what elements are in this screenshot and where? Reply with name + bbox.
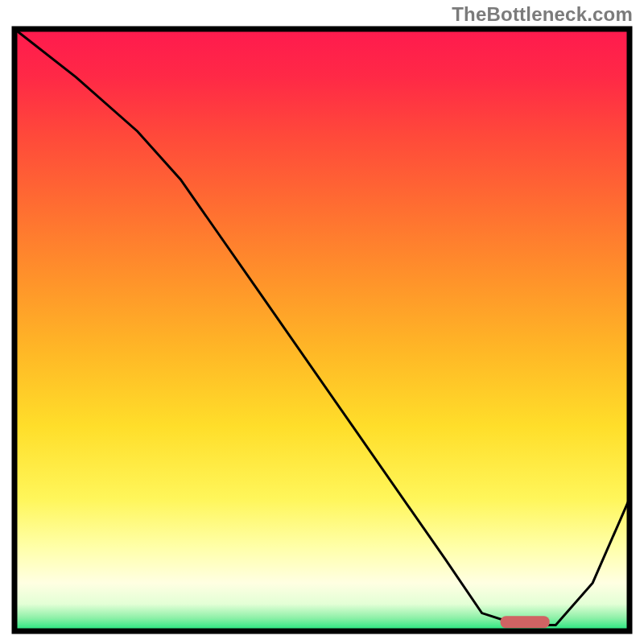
gradient-background xyxy=(14,29,630,631)
watermark-text: TheBottleneck.com xyxy=(452,3,633,26)
bottleneck-chart xyxy=(0,0,644,644)
plot-area xyxy=(14,29,630,631)
chart-stage: TheBottleneck.com xyxy=(0,0,644,644)
optimal-zone-marker xyxy=(501,616,550,628)
